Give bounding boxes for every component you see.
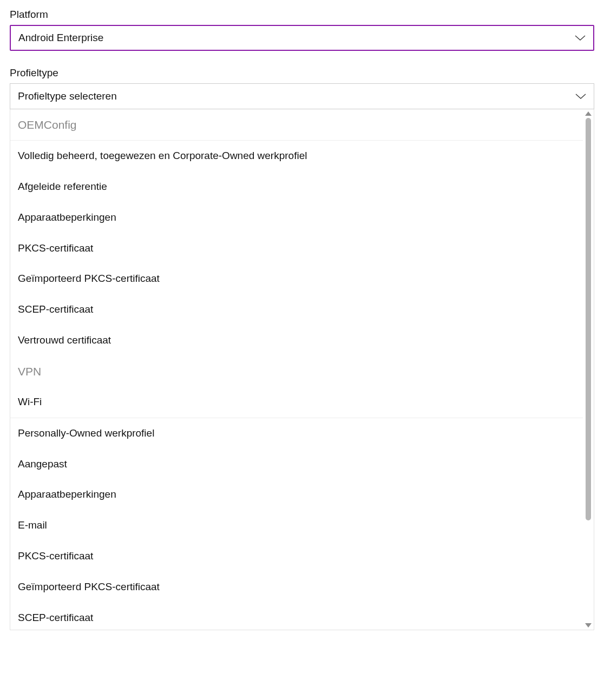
dropdown-option[interactable]: Geïmporteerd PKCS-certificaat (10, 263, 583, 294)
dropdown-option[interactable]: Geïmporteerd PKCS-certificaat (10, 572, 583, 603)
profiletype-select-placeholder: Profieltype selecteren (18, 90, 117, 102)
dropdown-option[interactable]: E-mail (10, 510, 583, 541)
dropdown-option[interactable]: PKCS-certificaat (10, 541, 583, 572)
dropdown-option[interactable]: Vertrouwd certificaat (10, 325, 583, 356)
chevron-down-icon (575, 32, 586, 44)
dropdown-option[interactable]: Volledig beheerd, toegewezen en Corporat… (10, 141, 583, 171)
scroll-down-icon[interactable] (585, 623, 592, 628)
dropdown-option[interactable]: Apparaatbeperkingen (10, 479, 583, 510)
dropdown-option[interactable]: Aangepast (10, 449, 583, 480)
scrollbar-thumb[interactable] (586, 118, 591, 520)
platform-label: Platform (10, 9, 594, 21)
profiletype-dropdown-panel: OEMConfigVolledig beheerd, toegewezen en… (10, 109, 594, 630)
chevron-down-icon (575, 90, 586, 102)
dropdown-group: VPN (10, 356, 583, 387)
scrollbar[interactable] (584, 111, 593, 628)
profiletype-label: Profieltype (10, 67, 594, 79)
dropdown-option[interactable]: SCEP-certificaat (10, 294, 583, 325)
dropdown-option[interactable]: PKCS-certificaat (10, 233, 583, 264)
dropdown-group: OEMConfig (10, 109, 583, 141)
dropdown-option[interactable]: Afgeleide referentie (10, 171, 583, 202)
scrollbar-track[interactable] (586, 118, 591, 621)
platform-select-value: Android Enterprise (18, 32, 103, 44)
profiletype-select[interactable]: Profieltype selecteren (10, 83, 594, 109)
dropdown-option[interactable]: Apparaatbeperkingen (10, 202, 583, 233)
dropdown-option[interactable]: Personally-Owned werkprofiel (10, 418, 583, 449)
scroll-up-icon[interactable] (585, 111, 592, 116)
profiletype-dropdown-list[interactable]: OEMConfigVolledig beheerd, toegewezen en… (10, 109, 583, 630)
platform-select[interactable]: Android Enterprise (10, 25, 594, 51)
dropdown-option[interactable]: Wi-Fi (10, 387, 583, 418)
dropdown-option[interactable]: SCEP-certificaat (10, 603, 583, 630)
